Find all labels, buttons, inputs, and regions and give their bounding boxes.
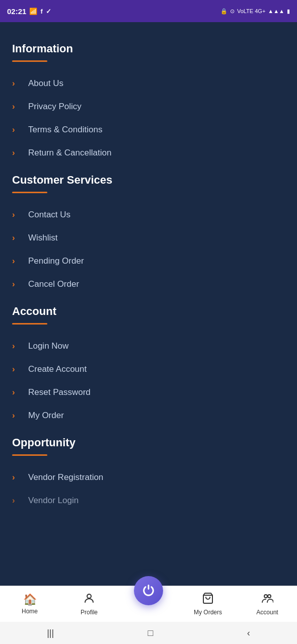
status-left: 02:21 📶 f ✓ bbox=[7, 7, 51, 16]
section-underline-opportunity bbox=[12, 454, 47, 456]
menu-item-return-cancellation[interactable]: › Return & Cancellation bbox=[12, 141, 285, 165]
bottom-nav: 🏠 Home Profile My Orders bbox=[0, 586, 297, 622]
chevron-icon: › bbox=[12, 233, 20, 243]
menu-label: Wishlist bbox=[28, 233, 58, 243]
chevron-icon: › bbox=[12, 256, 20, 266]
menu-item-contact-us[interactable]: › Contact Us bbox=[12, 203, 285, 226]
wifi-icon: ⊙ bbox=[230, 8, 235, 15]
home-icon: 🏠 bbox=[23, 593, 37, 606]
lock-icon: 🔒 bbox=[220, 8, 228, 15]
menu-item-about-us[interactable]: › About Us bbox=[12, 72, 285, 95]
chevron-icon: › bbox=[12, 78, 20, 89]
menu-item-my-order[interactable]: › My Order bbox=[12, 404, 285, 427]
svg-point-2 bbox=[264, 595, 267, 598]
section-account: Account › Login Now › Create Account › R… bbox=[12, 305, 285, 427]
menu-label: Vendor Login bbox=[28, 496, 79, 506]
android-back-button[interactable]: ‹ bbox=[247, 628, 250, 638]
chevron-icon: › bbox=[12, 364, 20, 374]
menu-label: Reset Password bbox=[28, 387, 91, 397]
menu-label: Pending Order bbox=[28, 256, 84, 266]
menu-item-vendor-login[interactable]: › Vendor Login bbox=[12, 489, 285, 512]
status-right: 🔒 ⊙ VoLTE 4G+ ▲▲▲ ▮ bbox=[220, 8, 290, 15]
signal-icon: ▲▲▲ bbox=[268, 8, 284, 14]
menu-item-privacy-policy[interactable]: › Privacy Policy bbox=[12, 95, 285, 118]
chevron-icon: › bbox=[12, 472, 20, 482]
menu-item-create-account[interactable]: › Create Account bbox=[12, 358, 285, 381]
my-orders-icon bbox=[202, 592, 214, 607]
android-recents-button[interactable]: ||| bbox=[47, 628, 54, 638]
chevron-icon: › bbox=[12, 102, 20, 112]
volte-label: VoLTE 4G+ bbox=[237, 8, 265, 14]
section-customer-services: Customer Services › Contact Us › Wishlis… bbox=[12, 174, 285, 296]
menu-item-reset-password[interactable]: › Reset Password bbox=[12, 381, 285, 404]
chevron-icon: › bbox=[12, 279, 20, 289]
menu-label: Login Now bbox=[28, 341, 68, 351]
nav-item-profile[interactable]: Profile bbox=[59, 592, 119, 616]
chevron-icon: › bbox=[12, 341, 20, 351]
nav-item-home[interactable]: 🏠 Home bbox=[0, 593, 59, 615]
facebook-icon: f bbox=[40, 8, 42, 15]
menu-item-wishlist[interactable]: › Wishlist bbox=[12, 226, 285, 250]
menu-item-terms[interactable]: › Terms & Conditions bbox=[12, 118, 285, 141]
menu-label: Terms & Conditions bbox=[28, 125, 102, 135]
section-information: Information › About Us › Privacy Policy … bbox=[12, 42, 285, 165]
section-header-customer-services: Customer Services bbox=[12, 174, 285, 187]
nav-label-account: Account bbox=[256, 609, 278, 616]
section-header-account: Account bbox=[12, 305, 285, 318]
status-bar: 02:21 📶 f ✓ 🔒 ⊙ VoLTE 4G+ ▲▲▲ ▮ bbox=[0, 0, 297, 22]
section-opportunity: Opportunity › Vendor Registration › Vend… bbox=[12, 436, 285, 512]
time-display: 02:21 bbox=[7, 7, 26, 16]
main-content: Information › About Us › Privacy Policy … bbox=[0, 22, 297, 586]
chevron-icon: › bbox=[12, 148, 20, 158]
nav-center-power-button[interactable] bbox=[134, 576, 163, 605]
profile-icon bbox=[83, 592, 95, 607]
chevron-icon: › bbox=[12, 210, 20, 220]
section-header-opportunity: Opportunity bbox=[12, 436, 285, 449]
chevron-icon: › bbox=[12, 387, 20, 397]
nav-label-home: Home bbox=[22, 608, 38, 615]
nav-label-my-orders: My Orders bbox=[194, 609, 222, 616]
svg-point-3 bbox=[268, 595, 271, 598]
battery-icon: ▮ bbox=[287, 8, 290, 15]
menu-item-cancel-order[interactable]: › Cancel Order bbox=[12, 273, 285, 296]
section-underline-customer-services bbox=[12, 192, 47, 193]
menu-item-login-now[interactable]: › Login Now bbox=[12, 335, 285, 358]
menu-label: My Order bbox=[28, 411, 64, 421]
chevron-icon: › bbox=[12, 411, 20, 421]
menu-label: Contact Us bbox=[28, 210, 70, 220]
sim-icon: 📶 bbox=[29, 8, 37, 15]
chevron-icon: › bbox=[12, 125, 20, 135]
menu-label: Privacy Policy bbox=[28, 102, 82, 112]
section-header-information: Information bbox=[12, 42, 285, 55]
nav-item-my-orders[interactable]: My Orders bbox=[178, 592, 238, 616]
check-icon: ✓ bbox=[46, 8, 51, 15]
android-home-button[interactable]: □ bbox=[148, 628, 154, 638]
nav-item-account[interactable]: Account bbox=[238, 592, 297, 616]
svg-point-0 bbox=[87, 594, 91, 598]
android-nav-bar: ||| □ ‹ bbox=[0, 622, 297, 644]
menu-label: About Us bbox=[28, 78, 63, 89]
menu-label: Create Account bbox=[28, 364, 87, 374]
menu-item-vendor-registration[interactable]: › Vendor Registration bbox=[12, 466, 285, 489]
nav-label-profile: Profile bbox=[81, 609, 98, 616]
chevron-icon: › bbox=[12, 496, 20, 506]
section-underline-account bbox=[12, 323, 47, 325]
section-underline-information bbox=[12, 60, 47, 62]
account-icon bbox=[261, 592, 273, 607]
menu-label: Return & Cancellation bbox=[28, 148, 111, 158]
menu-item-pending-order[interactable]: › Pending Order bbox=[12, 250, 285, 273]
menu-label: Cancel Order bbox=[28, 279, 79, 289]
menu-label: Vendor Registration bbox=[28, 472, 103, 482]
